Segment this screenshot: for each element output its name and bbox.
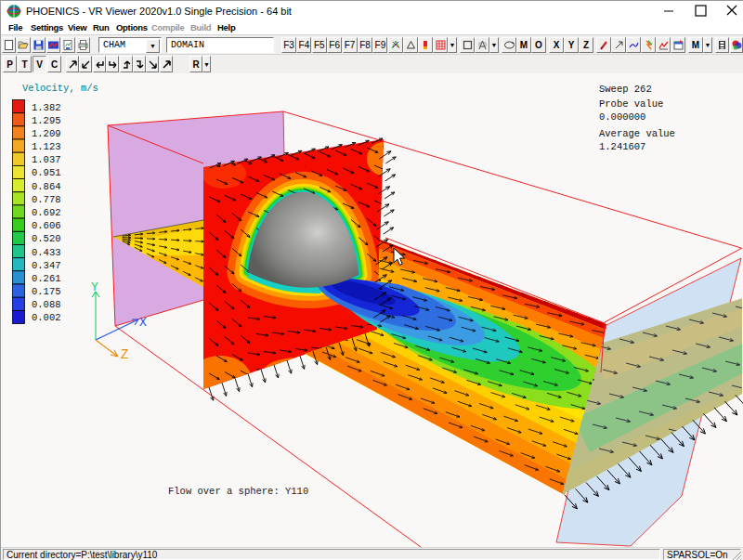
svg-text:0.000000: 0.000000 <box>599 111 645 123</box>
svg-text:0.261: 0.261 <box>32 273 61 284</box>
svg-text:0.002: 0.002 <box>32 312 61 323</box>
svg-text:Probe value: Probe value <box>599 98 663 110</box>
svg-text:1.295: 1.295 <box>32 115 61 126</box>
svg-text:0.951: 0.951 <box>32 167 61 178</box>
svg-text:Average value: Average value <box>599 128 675 139</box>
svg-text:Velocity, m/s: Velocity, m/s <box>22 83 98 94</box>
svg-text:Sweep 262: Sweep 262 <box>599 84 652 95</box>
svg-text:Flow over a sphere: Y110: Flow over a sphere: Y110 <box>168 486 308 497</box>
svg-text:0.778: 0.778 <box>32 194 61 205</box>
svg-text:0.606: 0.606 <box>32 220 61 231</box>
svg-text:0.088: 0.088 <box>32 299 61 310</box>
svg-text:1.037: 1.037 <box>32 154 61 165</box>
svg-text:0.692: 0.692 <box>32 207 61 218</box>
svg-text:1.123: 1.123 <box>32 141 61 152</box>
svg-text:1.382: 1.382 <box>32 102 61 113</box>
svg-text:Z: Z <box>121 347 128 362</box>
svg-text:0.433: 0.433 <box>32 247 61 258</box>
svg-text:0.347: 0.347 <box>32 260 61 271</box>
svg-text:0.520: 0.520 <box>32 233 61 244</box>
svg-text:0.175: 0.175 <box>32 286 61 297</box>
svg-text:1.241607: 1.241607 <box>599 141 645 152</box>
svg-text:0.864: 0.864 <box>32 181 61 192</box>
svg-text:X: X <box>139 316 147 330</box>
svg-text:Y: Y <box>91 280 98 294</box>
svg-text:1.209: 1.209 <box>32 128 61 139</box>
